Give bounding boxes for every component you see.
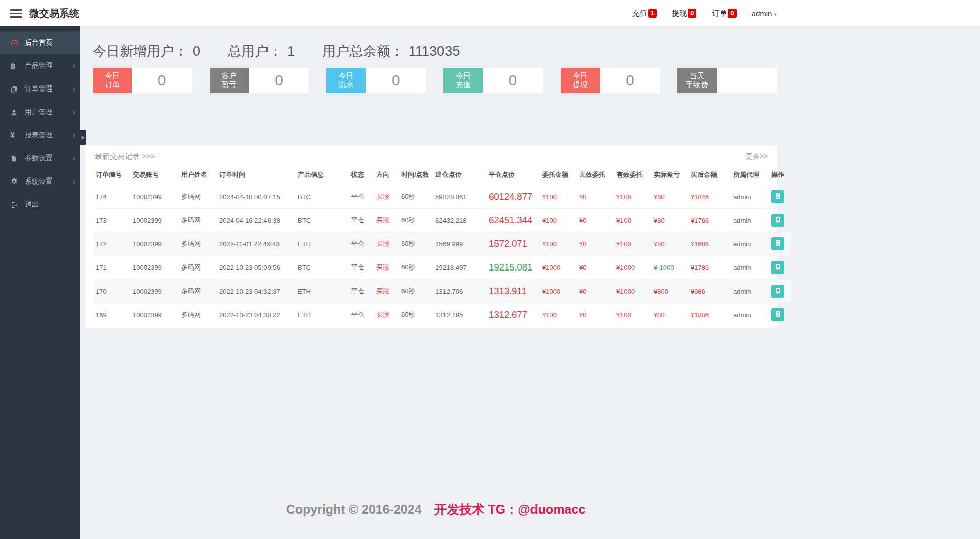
cell-status: 平仓 — [349, 256, 374, 280]
cell-product: BTC — [296, 185, 349, 209]
cell-balance: ¥1686 — [689, 232, 731, 256]
cell-time: 2022-10-23 04:32:37 — [217, 280, 296, 303]
column-header: 有效委托 — [614, 165, 652, 185]
cell-duration: 60秒 — [399, 280, 433, 303]
cell-status: 平仓 — [349, 232, 374, 256]
header-nav-withdraw[interactable]: 提现0 — [672, 9, 696, 18]
caret-down-icon: ▾ — [774, 11, 777, 17]
cell-valid: ¥1000 — [614, 280, 652, 303]
cell-amount: ¥100 — [540, 185, 577, 209]
cell-account: 10002399 — [131, 232, 179, 256]
sidebar-item-label: 用户管理 — [25, 108, 53, 117]
stat-card-today-flow[interactable]: 今日 流水0 — [326, 68, 426, 93]
cell-open: 1312.195 — [433, 303, 487, 327]
cell-invalid: ¥0 — [577, 185, 614, 209]
cell-close: 1312.677 — [487, 303, 540, 327]
table-header-row: 订单编号交易账号用户姓名订单时间产品信息状态方向时间/点数建仓点位平仓点位委托金… — [94, 165, 791, 185]
app-header: 微交易系统 充值1提现0订单0admin▾ — [0, 0, 980, 26]
cell-name: 多码网 — [179, 185, 217, 209]
sidebar-item-users[interactable]: 用户管理› — [0, 101, 80, 124]
more-link[interactable]: 更多>> — [746, 152, 768, 161]
cell-status: 平仓 — [349, 185, 374, 209]
sidebar-item-label: 系统设置 — [25, 177, 53, 186]
sidebar-collapse-toggle[interactable]: ▶ — [80, 130, 86, 145]
cell-agent: admin — [731, 232, 769, 256]
list-icon — [774, 216, 782, 225]
stat-card-today-fee[interactable]: 当天 手续费 — [677, 68, 777, 93]
column-header: 买后余额 — [689, 165, 731, 185]
order-detail-button[interactable] — [771, 237, 784, 250]
logout-icon — [10, 201, 21, 209]
footer: Copyright © 2016-2024 开发技术 TG：@duomacc — [80, 501, 791, 518]
sidebar: 后台首页฿产品管理›订单管理›用户管理›¥报表管理›参数设置›系统设置›退出 — [0, 26, 80, 539]
stat-card-label: 今日 订单 — [93, 68, 132, 93]
list-icon — [774, 192, 782, 201]
admin-dropdown[interactable]: admin▾ — [752, 9, 777, 18]
stat-cards: 今日 订单0客户 盈亏0今日 流水0今日 充值0今日 提现0当天 手续费 — [93, 68, 777, 93]
dashboard-icon — [10, 39, 21, 47]
cell-time: 2024-04-18 00:07:15 — [217, 185, 296, 209]
badge-recharge: 1 — [648, 9, 657, 18]
column-header: 产品信息 — [296, 165, 349, 185]
order-detail-button[interactable] — [771, 190, 784, 203]
cell-product: BTC — [296, 209, 349, 232]
sidebar-item-logout[interactable]: 退出 — [0, 193, 80, 216]
cell-agent: admin — [731, 256, 769, 280]
column-header: 用户姓名 — [179, 165, 217, 185]
cell-account: 10002399 — [131, 256, 179, 280]
cell-action — [769, 256, 791, 280]
cell-close: 1572.071 — [487, 232, 540, 256]
cell-product: ETH — [296, 232, 349, 256]
cell-profit: ¥-1000 — [652, 256, 689, 280]
cell-profit: ¥80 — [652, 232, 689, 256]
summary-stat-value: 1113035 — [409, 44, 460, 59]
stat-card-today-withdraw[interactable]: 今日 提现0 — [561, 68, 660, 93]
order-detail-button[interactable] — [771, 261, 784, 274]
cell-invalid: ¥0 — [577, 256, 614, 280]
cell-close: 1313.911 — [487, 280, 540, 303]
cell-invalid: ¥0 — [577, 303, 614, 327]
sidebar-item-system[interactable]: 系统设置› — [0, 170, 80, 193]
table-row: 17210002399多码网2022-11-01 22:49:48ETH平仓买涨… — [94, 232, 791, 256]
summary-stat: 今日新增用户：0 — [93, 42, 200, 60]
file-icon — [10, 155, 21, 162]
table-row: 16910002399多码网2022-10-23 04:30:22ETH平仓买涨… — [94, 303, 791, 327]
cell-status: 平仓 — [349, 280, 374, 303]
column-header: 操作 — [769, 165, 791, 185]
order-detail-button[interactable] — [771, 214, 784, 227]
stat-card-today-orders[interactable]: 今日 订单0 — [93, 68, 192, 93]
sidebar-item-label: 报表管理 — [25, 131, 53, 140]
stat-card-today-recharge[interactable]: 今日 充值0 — [443, 68, 543, 93]
yen-icon: ¥ — [10, 131, 21, 140]
summary-stat: 总用户：1 — [228, 42, 295, 60]
cell-balance: ¥1806 — [689, 303, 731, 327]
sidebar-item-params[interactable]: 参数设置› — [0, 147, 80, 170]
cell-valid: ¥1000 — [614, 256, 652, 280]
stat-card-label: 今日 提现 — [561, 68, 600, 93]
cell-valid: ¥100 — [614, 209, 652, 232]
sidebar-item-reports[interactable]: ¥报表管理› — [0, 124, 80, 147]
column-header: 委托金额 — [540, 165, 577, 185]
hamburger-menu-icon[interactable] — [10, 7, 22, 20]
sidebar-item-home[interactable]: 后台首页 — [0, 31, 80, 54]
cell-id: 172 — [94, 232, 131, 256]
cell-direction: 买涨 — [374, 185, 399, 209]
cell-account: 10002399 — [131, 280, 179, 303]
cell-name: 多码网 — [179, 209, 217, 232]
order-detail-button[interactable] — [771, 308, 784, 321]
cell-agent: admin — [731, 303, 769, 327]
stat-card-customer-pnl[interactable]: 客户 盈亏0 — [210, 68, 309, 93]
header-nav-recharge[interactable]: 充值1 — [632, 9, 657, 18]
cell-name: 多码网 — [179, 256, 217, 280]
stat-card-label: 客户 盈亏 — [210, 68, 249, 93]
sidebar-item-orders[interactable]: 订单管理› — [0, 77, 80, 101]
cell-action — [769, 232, 791, 256]
cell-action — [769, 185, 791, 209]
order-detail-button[interactable] — [771, 285, 784, 298]
chevron-right-icon: › — [73, 62, 75, 70]
bitcoin-icon: ฿ — [10, 61, 21, 71]
sidebar-item-products[interactable]: ฿产品管理› — [0, 54, 80, 77]
cell-close: 60124.877 — [487, 185, 540, 209]
header-nav-order[interactable]: 订单0 — [711, 9, 736, 18]
stat-card-value: 0 — [483, 68, 543, 93]
